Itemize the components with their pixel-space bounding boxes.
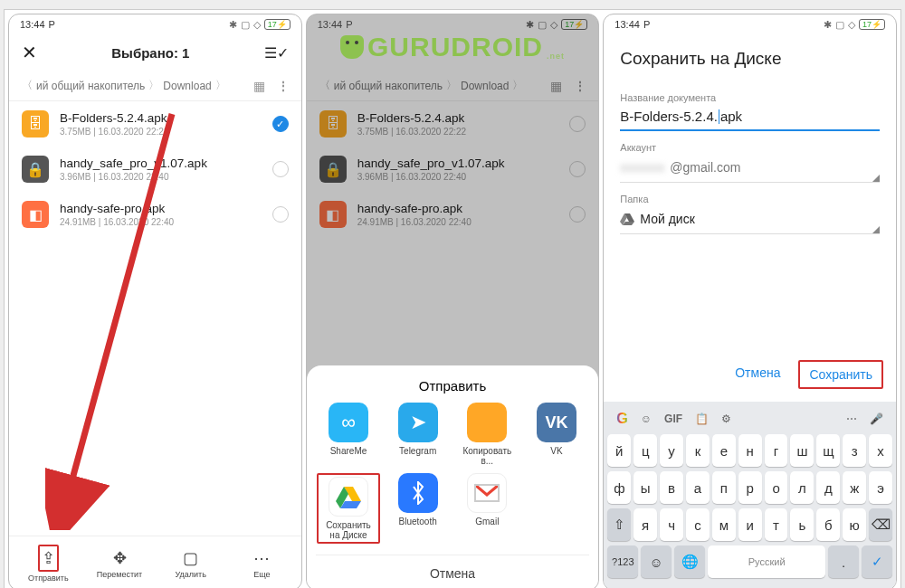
sort-icon[interactable]: ☰✓: [264, 44, 289, 62]
checkbox[interactable]: [272, 206, 289, 223]
key-у[interactable]: у: [660, 434, 683, 467]
dialog-actions: Отмена Сохранить: [604, 347, 896, 402]
gmail-icon: [467, 473, 507, 513]
trash-icon: ▢: [183, 548, 198, 568]
sticker-icon[interactable]: ☺: [641, 413, 652, 425]
key-т[interactable]: т: [765, 508, 788, 541]
key-shift[interactable]: ⇧: [607, 508, 631, 541]
drive-icon: [329, 477, 368, 517]
battery-icon: 17⚡: [264, 19, 291, 30]
statusbar: 13:44P ✱ ▢ ◇ 17⚡: [9, 14, 301, 34]
save-button[interactable]: Сохранить: [798, 360, 883, 389]
move-button[interactable]: ✥ Переместит: [84, 540, 156, 586]
folder-select[interactable]: Мой диск: [620, 204, 880, 234]
key-й[interactable]: й: [607, 434, 631, 467]
folder-label: Папка: [620, 194, 880, 204]
key-я[interactable]: я: [634, 508, 657, 541]
key-п[interactable]: п: [712, 471, 736, 504]
clipboard-icon[interactable]: 📋: [695, 413, 709, 425]
share-app-copy[interactable]: Копировать в...: [455, 403, 519, 466]
dropdown-icon: [872, 226, 880, 233]
share-icon: ⇪: [42, 549, 55, 567]
share-app-vk[interactable]: VK VK: [525, 403, 588, 466]
share-app-telegram[interactable]: ➤ Telegram: [386, 403, 450, 466]
key-backspace[interactable]: ⌫: [869, 508, 892, 541]
back-icon[interactable]: 〈: [22, 78, 33, 93]
shareme-icon: ∞: [329, 403, 368, 442]
settings-icon[interactable]: ⚙: [721, 413, 731, 425]
key-с[interactable]: с: [686, 508, 710, 541]
key-д[interactable]: д: [816, 471, 840, 504]
account-label: Аккаунт: [620, 142, 880, 153]
key-в[interactable]: в: [660, 471, 683, 504]
vk-icon: VK: [537, 403, 576, 442]
apk-icon: 🔒: [22, 156, 49, 183]
screen-3: 13:44P ✱▢◇ 17⚡ Сохранить на Диске Назван…: [603, 14, 897, 588]
screen-1: 13:44P ✱ ▢ ◇ 17⚡ ✕ Выбрано: 1 ☰✓ 〈 ий об…: [8, 14, 302, 588]
key-з[interactable]: з: [843, 434, 866, 467]
share-app-gmail[interactable]: Gmail: [455, 473, 519, 544]
drive-icon: [620, 213, 634, 225]
keyboard: G ☺ GIF 📋 ⚙ ⋯ 🎤 йцукенгшщзх фывапролджэ …: [604, 402, 896, 588]
grid-view-icon[interactable]: ▦: [253, 79, 265, 93]
statusbar: 13:44P ✱▢◇ 17⚡: [604, 14, 896, 34]
key-lang[interactable]: 🌐: [674, 545, 705, 578]
mic-icon[interactable]: 🎤: [870, 413, 883, 425]
more-icon[interactable]: ⋮: [278, 80, 289, 92]
key-ь[interactable]: ь: [790, 508, 814, 541]
key-ю[interactable]: ю: [843, 508, 866, 541]
apk-icon: 🗄: [22, 110, 49, 138]
key-period[interactable]: .: [828, 545, 859, 578]
doc-name-input[interactable]: B-Folders-5.2.4.apk: [620, 103, 880, 131]
key-emoji[interactable]: ☺: [641, 545, 672, 578]
key-а[interactable]: а: [686, 471, 710, 504]
header: ✕ Выбрано: 1 ☰✓: [9, 34, 301, 71]
file-row[interactable]: 🔒 handy_safe_pro_v1.07.apk 3.96MB | 16.0…: [9, 147, 301, 192]
key-о[interactable]: о: [765, 471, 788, 504]
key-м[interactable]: м: [712, 508, 736, 541]
checkbox[interactable]: ✓: [272, 116, 289, 132]
share-app-bluetooth[interactable]: Bluetooth: [386, 473, 450, 544]
key-ф[interactable]: ф: [607, 471, 631, 504]
checkbox[interactable]: [272, 161, 289, 177]
key-ц[interactable]: ц: [634, 434, 657, 467]
key-ы[interactable]: ы: [634, 471, 657, 504]
key-э[interactable]: э: [869, 471, 892, 504]
send-button[interactable]: ⇪ Отправить: [13, 540, 84, 586]
more-icon[interactable]: ⋯: [846, 413, 857, 425]
delete-button[interactable]: ▢ Удалить: [155, 540, 226, 586]
key-н[interactable]: н: [738, 434, 762, 467]
key-ч[interactable]: ч: [660, 508, 683, 541]
doc-name-label: Название документа: [620, 92, 880, 103]
key-ш[interactable]: ш: [790, 434, 814, 467]
breadcrumb[interactable]: 〈 ий общий накопитель 〉 Download 〉 ▦ ⋮: [9, 71, 301, 101]
key-б[interactable]: б: [816, 508, 840, 541]
key-ж[interactable]: ж: [843, 471, 866, 504]
key-х[interactable]: х: [869, 434, 892, 467]
key-р[interactable]: р: [738, 471, 762, 504]
key-и[interactable]: и: [738, 508, 762, 541]
google-icon[interactable]: G: [616, 411, 627, 427]
file-row[interactable]: 🗄 B-Folders-5.2.4.apk 3.75MB | 16.03.202…: [9, 101, 301, 147]
account-select[interactable]: xxxxxxx@gmail.com: [620, 153, 880, 183]
key-numbers[interactable]: ?123: [607, 545, 638, 578]
key-щ[interactable]: щ: [816, 434, 840, 467]
cancel-button[interactable]: Отмена: [316, 555, 590, 581]
key-г[interactable]: г: [765, 434, 788, 467]
gif-button[interactable]: GIF: [664, 413, 682, 425]
key-е[interactable]: е: [712, 434, 736, 467]
move-icon: ✥: [113, 548, 127, 568]
cancel-button[interactable]: Отмена: [726, 360, 789, 389]
more-button[interactable]: ⋯ Еще: [226, 540, 298, 586]
folder-icon: [467, 403, 507, 442]
more-icon: ⋯: [253, 548, 270, 568]
share-app-drive[interactable]: Сохранить на Диске: [317, 473, 380, 544]
key-space[interactable]: Русский: [708, 545, 825, 578]
key-л[interactable]: л: [790, 471, 814, 504]
file-row[interactable]: ◧ handy-safe-pro.apk 24.91MB | 16.03.202…: [9, 192, 301, 237]
close-icon[interactable]: ✕: [22, 42, 37, 63]
key-enter[interactable]: ✓: [862, 545, 892, 578]
share-app-shareme[interactable]: ∞ ShareMe: [317, 403, 380, 466]
dnd-icon: ✱: [229, 19, 237, 31]
key-к[interactable]: к: [686, 434, 710, 467]
